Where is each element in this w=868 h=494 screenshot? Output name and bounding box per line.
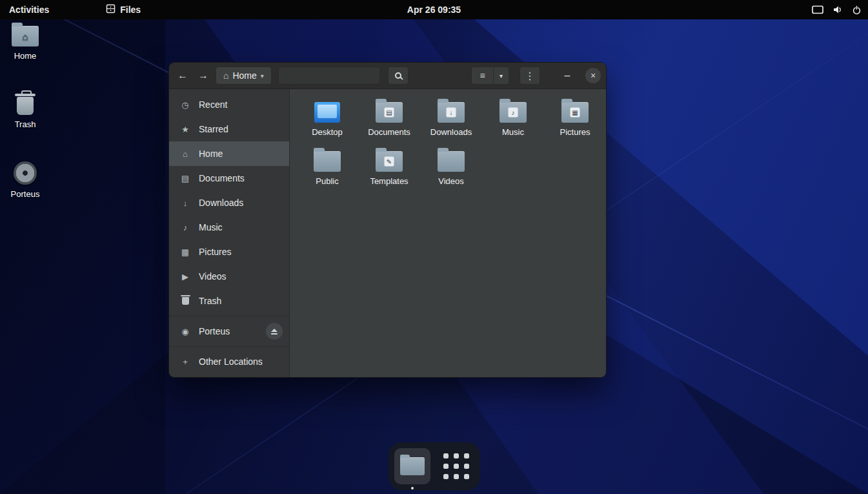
sidebar-item-label: Recent [199,99,227,110]
minimize-button[interactable]: – [560,67,575,85]
folder-icon: ♪ [500,102,527,123]
eject-icon-bar [271,333,278,334]
location-breadcrumb[interactable]: ⌂ Home ▾ [216,67,272,85]
template-emblem-icon: ✎ [385,157,394,167]
back-button[interactable]: ← [174,67,191,85]
app-menu-files[interactable]: Files [98,0,148,19]
clock[interactable]: Apr 26 09:35 [407,5,461,15]
picture-icon: ▦ [178,247,192,257]
home-icon: ⌂ [178,149,192,159]
folder-label: Videos [438,176,464,186]
eject-button[interactable] [266,323,283,340]
home-emblem-icon: ⌂ [12,26,39,46]
app-menu-label: Files [120,5,141,15]
list-view-icon[interactable]: ≡ [472,67,494,84]
video-icon: ▶ [178,272,192,282]
desktop-folder-icon [314,102,340,123]
folder-icon [438,151,465,172]
sidebar-item-other-locations[interactable]: + Other Locations [169,349,289,374]
icon-grid: Desktop ▤ Documents ↓ Downloads ♪ Music … [290,89,606,196]
show-apps-button[interactable] [438,448,474,484]
view-toggle-button[interactable]: ≡ ▾ [471,67,509,85]
trash-icon [178,297,192,305]
view-options-caret[interactable]: ▾ [494,67,509,84]
download-icon: ↓ [178,198,192,208]
sidebar-item-label: Starred [199,124,228,134]
folder-downloads[interactable]: ↓ Downloads [420,98,482,147]
sidebar-item-trash[interactable]: Trash [169,289,289,313]
places-sidebar: ◷ Recent ★ Starred ⌂ Home ▤ Documents ↓ … [169,89,290,377]
files-app-icon [400,457,425,475]
sidebar-item-porteus-device[interactable]: ◉ Porteus [169,319,289,344]
picture-emblem-icon: ▦ [570,108,580,118]
sidebar-item-home[interactable]: ⌂ Home [169,141,289,166]
sidebar-item-starred[interactable]: ★ Starred [169,117,289,141]
folder-label: Documents [368,127,410,137]
disc-icon: ◉ [178,327,192,336]
eject-icon [271,329,278,332]
search-button[interactable] [388,67,409,85]
folder-pictures[interactable]: ▦ Pictures [544,98,606,147]
sidebar-item-label: Videos [199,271,227,282]
running-indicator-dot [411,487,414,489]
document-icon: ▤ [178,174,192,183]
system-status-area[interactable] [812,0,862,19]
sidebar-item-label: Trash [199,296,221,306]
location-entry[interactable] [278,67,380,85]
folder-label: Pictures [560,127,590,137]
plus-icon: + [178,357,192,367]
folder-videos[interactable]: Videos [420,147,482,196]
home-icon: ⌂ [223,70,228,81]
music-emblem-icon: ♪ [509,108,518,118]
folder-label: Downloads [430,127,472,137]
disc-icon [14,161,37,185]
sidebar-item-label: Music [199,222,223,232]
desktop-icon-label: Porteus [11,189,40,199]
folder-public[interactable]: Public [296,147,358,196]
sidebar-item-label: Home [199,149,223,159]
desktop-icon-home[interactable]: ⌂ Home [0,26,50,61]
sidebar-separator [169,346,289,347]
folder-desktop[interactable]: Desktop [296,98,358,147]
sidebar-item-recent[interactable]: ◷ Recent [169,92,289,117]
chevron-down-icon: ▾ [261,72,264,79]
download-emblem-icon: ↓ [447,108,456,118]
home-folder-icon: ⌂ [12,26,39,46]
forward-button[interactable]: → [195,67,212,85]
trash-icon [17,97,34,115]
search-icon [395,72,401,79]
folder-label: Public [316,176,338,186]
volume-icon[interactable] [833,5,843,15]
desktop-icon-label: Trash [15,119,36,129]
sidebar-separator [169,316,289,316]
desktop-icon-porteus[interactable]: Porteus [0,161,50,199]
power-icon[interactable] [852,5,862,15]
sidebar-item-pictures[interactable]: ▦ Pictures [169,240,289,264]
dash-files-button[interactable] [394,448,430,484]
close-button[interactable]: × [585,68,601,83]
sidebar-item-label: Pictures [199,247,232,257]
folder-icon [314,151,341,172]
sidebar-item-documents[interactable]: ▤ Documents [169,166,289,190]
sidebar-item-label: Documents [199,173,245,183]
wallpaper-shade [0,0,165,494]
sidebar-item-videos[interactable]: ▶ Videos [169,264,289,289]
desktop-icon-label: Home [14,51,37,61]
folder-documents[interactable]: ▤ Documents [358,98,420,147]
folder-icon: ▦ [561,102,589,123]
desktop-icon-trash[interactable]: Trash [0,94,50,129]
sidebar-item-downloads[interactable]: ↓ Downloads [169,190,289,215]
menu-button[interactable]: ⋮ [520,67,540,85]
window-body: ◷ Recent ★ Starred ⌂ Home ▤ Documents ↓ … [169,89,606,377]
folder-icon: ✎ [376,151,403,172]
sidebar-item-label: Other Locations [199,356,263,367]
folder-music[interactable]: ♪ Music [482,98,544,147]
folder-icon: ↓ [438,102,465,123]
display-icon[interactable] [812,5,823,14]
folder-icon: ▤ [376,102,403,123]
sidebar-item-music[interactable]: ♪ Music [169,215,289,240]
folder-label: Desktop [312,127,343,137]
folder-templates[interactable]: ✎ Templates [358,147,420,196]
activities-button[interactable]: Activities [0,0,58,19]
header-bar: ← → ⌂ Home ▾ ≡ ▾ ⋮ – × [169,63,606,89]
